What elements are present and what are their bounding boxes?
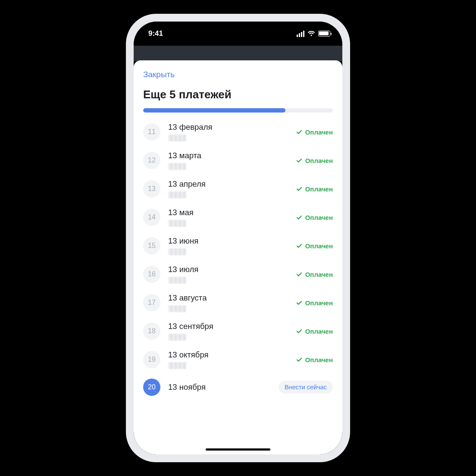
payment-amount-redacted — [168, 277, 186, 284]
payment-info: 13 августа — [168, 293, 296, 312]
status-badge: Оплачен — [296, 185, 333, 193]
payment-amount-redacted — [168, 248, 186, 255]
payment-date: 13 июня — [168, 236, 296, 246]
payment-date: 13 июля — [168, 265, 296, 274]
payment-row[interactable]: 1413 маяОплачен — [143, 203, 333, 232]
payment-row[interactable]: 1913 октябряОплачен — [143, 345, 333, 374]
payment-info: 13 октября — [168, 350, 296, 369]
notch — [191, 22, 285, 37]
status-badge: Оплачен — [296, 356, 333, 363]
status-label: Оплачен — [305, 242, 333, 250]
progress-fill — [143, 108, 285, 113]
payment-info: 13 ноября — [168, 382, 279, 392]
check-icon — [296, 328, 303, 335]
payment-row[interactable]: 1713 августаОплачен — [143, 288, 333, 317]
status-badge: Оплачен — [296, 242, 333, 250]
payment-number-badge: 19 — [143, 351, 160, 368]
payment-date: 13 ноября — [168, 382, 279, 392]
payment-number-badge: 14 — [143, 209, 160, 226]
payment-date: 13 февраля — [168, 122, 296, 132]
payment-number-badge: 11 — [143, 123, 160, 141]
payment-row[interactable]: 1513 июняОплачен — [143, 232, 333, 260]
status-label: Оплачен — [305, 271, 333, 278]
status-badge: Оплачен — [296, 299, 333, 307]
payment-number-badge: 16 — [143, 266, 160, 283]
status-badge: Оплачен — [296, 128, 333, 136]
payment-info: 13 марта — [168, 151, 296, 170]
battery-icon — [318, 31, 330, 37]
payment-row[interactable]: 2013 ноябряВнести сейчас — [143, 374, 333, 401]
payment-number-badge: 12 — [143, 152, 160, 169]
payment-amount-redacted — [168, 334, 186, 341]
screen: 9:41 Закрыть Еще 5 платежей 1113 февраля… — [134, 22, 342, 454]
payment-amount-redacted — [168, 305, 186, 312]
payment-info: 13 февраля — [168, 122, 296, 141]
payment-number-badge: 15 — [143, 237, 160, 254]
status-label: Оплачен — [305, 299, 333, 307]
status-label: Оплачен — [305, 185, 333, 193]
payment-info: 13 июля — [168, 265, 296, 284]
payment-date: 13 сентября — [168, 322, 296, 331]
payment-info: 13 мая — [168, 208, 296, 227]
payment-date: 13 апреля — [168, 179, 296, 189]
payment-amount-redacted — [168, 163, 186, 170]
payment-number-badge: 20 — [143, 379, 160, 396]
payment-row[interactable]: 1113 февраляОплачен — [143, 118, 333, 146]
background-strip — [134, 46, 342, 61]
page-title: Еще 5 платежей — [143, 88, 333, 101]
payment-number-badge: 13 — [143, 180, 160, 197]
cellular-icon — [297, 31, 304, 37]
status-badge: Оплачен — [296, 214, 333, 221]
wifi-icon — [307, 31, 316, 37]
progress-bar — [143, 108, 333, 113]
payment-row[interactable]: 1313 апреляОплачен — [143, 175, 333, 203]
check-icon — [296, 356, 303, 363]
check-icon — [296, 157, 303, 164]
status-label: Оплачен — [305, 157, 333, 164]
status-time: 9:41 — [148, 29, 163, 38]
payments-list[interactable]: 1113 февраляОплачен1213 мартаОплачен1313… — [143, 118, 333, 454]
status-badge: Оплачен — [296, 157, 333, 164]
payment-row[interactable]: 1813 сентябряОплачен — [143, 317, 333, 345]
payment-info: 13 апреля — [168, 179, 296, 198]
check-icon — [296, 214, 303, 221]
payment-info: 13 сентября — [168, 322, 296, 341]
payment-date: 13 мая — [168, 208, 296, 217]
status-badge: Оплачен — [296, 271, 333, 278]
payment-info: 13 июня — [168, 236, 296, 255]
payment-number-badge: 17 — [143, 294, 160, 311]
payment-date: 13 августа — [168, 293, 296, 303]
payment-amount-redacted — [168, 362, 186, 369]
home-indicator[interactable] — [206, 448, 270, 451]
check-icon — [296, 128, 303, 135]
pay-now-button[interactable]: Внести сейчас — [279, 381, 333, 394]
payment-row[interactable]: 1213 мартаОплачен — [143, 146, 333, 175]
status-label: Оплачен — [305, 214, 333, 221]
phone-frame: 9:41 Закрыть Еще 5 платежей 1113 февраля… — [126, 14, 350, 462]
check-icon — [296, 185, 303, 192]
payment-amount-redacted — [168, 191, 186, 198]
check-icon — [296, 271, 303, 278]
payment-amount-redacted — [168, 220, 186, 227]
payment-date: 13 октября — [168, 350, 296, 360]
status-badge: Оплачен — [296, 328, 333, 335]
payment-amount-redacted — [168, 135, 186, 141]
status-label: Оплачен — [305, 356, 333, 363]
payment-number-badge: 18 — [143, 323, 160, 340]
payments-sheet: Закрыть Еще 5 платежей 1113 февраляОплач… — [134, 60, 342, 454]
close-button[interactable]: Закрыть — [143, 68, 333, 88]
payment-row[interactable]: 1613 июляОплачен — [143, 260, 333, 288]
status-label: Оплачен — [305, 128, 333, 136]
status-label: Оплачен — [305, 328, 333, 335]
check-icon — [296, 299, 303, 306]
payment-date: 13 марта — [168, 151, 296, 160]
check-icon — [296, 242, 303, 249]
